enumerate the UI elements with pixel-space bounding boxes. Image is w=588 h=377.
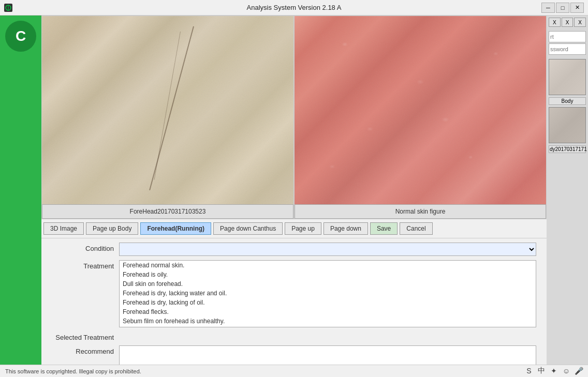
right-sidebar-inputs xyxy=(549,31,586,55)
treatment-listbox[interactable]: Forehead normal skin.Forehead is oily.Du… xyxy=(119,260,536,327)
svg-rect-3 xyxy=(295,16,546,204)
thumbnail-container: Body dy20170317171 xyxy=(549,59,586,153)
save-button[interactable]: Save xyxy=(370,222,398,235)
thumbnail-1-image xyxy=(549,59,585,95)
right-sidebar: X X X Body dy20170317171 xyxy=(547,16,588,377)
left-image-panel: ForeHead20170317103523 xyxy=(41,16,294,219)
window-controls: ─ □ ✕ xyxy=(541,3,584,13)
sidebar-input-1[interactable] xyxy=(549,31,586,42)
sidebar-input-2[interactable] xyxy=(549,43,586,55)
status-bar: This software is copyrighted. Illegal co… xyxy=(0,365,588,377)
cancel-button[interactable]: Cancel xyxy=(400,222,432,235)
thumbnail-2 xyxy=(549,107,586,143)
maximize-button[interactable]: □ xyxy=(556,3,569,13)
condition-control xyxy=(119,243,536,256)
3d-image-button[interactable]: 3D Image xyxy=(43,222,84,235)
status-text: This software is copyrighted. Illegal co… xyxy=(5,368,141,374)
toolbar: 3D Image Page up Body Forehead(Running) … xyxy=(41,219,547,238)
taskbar-icons: S 中 ✦ ☺ 🎤 xyxy=(520,365,588,377)
app-icon xyxy=(4,4,12,12)
list-item[interactable]: Forehead flecks. xyxy=(120,307,536,316)
thumbnail-1 xyxy=(549,59,586,95)
right-skin-texture-svg xyxy=(295,16,546,204)
form-section: Condition Treatment Forehead normal skin… xyxy=(41,238,547,377)
window-title: Analysis System Version 2.18 A xyxy=(247,4,342,11)
dialog-area: ForeHead20170317103523 xyxy=(41,16,547,377)
skin-texture-svg xyxy=(42,16,293,204)
treatment-row: Treatment Forehead normal skin.Forehead … xyxy=(52,260,536,327)
taskbar-icon-5: 🎤 xyxy=(574,366,584,376)
list-item[interactable]: Forehead collagen lacks of sensitivity. xyxy=(120,326,536,327)
condition-row: Condition xyxy=(52,243,536,256)
left-sidebar: C xyxy=(0,16,41,377)
taskbar-icon-2: 中 xyxy=(536,366,547,376)
selected-treatment-row: Selected Treatment xyxy=(52,331,536,341)
list-item[interactable]: Dull skin on forehead. xyxy=(120,279,536,289)
page-up-body-button[interactable]: Page up Body xyxy=(86,222,138,235)
taskbar-icon-4: ☺ xyxy=(561,366,571,376)
right-image-label: Normal skin figure xyxy=(295,204,546,219)
list-item[interactable]: Forehead is dry, lacking water and oil. xyxy=(120,289,536,298)
logo: C xyxy=(5,21,36,52)
treatment-label: Treatment xyxy=(52,260,114,270)
list-item[interactable]: Forehead is dry, lacking of oil. xyxy=(120,298,536,307)
list-item[interactable]: Forehead is oily. xyxy=(120,270,536,279)
left-skin-image xyxy=(42,16,293,204)
sidebar-close-buttons: X X X xyxy=(549,18,586,27)
taskbar-icon-3: ✦ xyxy=(549,366,559,376)
page-up-button[interactable]: Page up xyxy=(285,222,321,235)
sidebar-close-btn-2[interactable]: X xyxy=(562,18,574,27)
right-skin-image xyxy=(295,16,546,204)
title-bar: Analysis System Version 2.18 A ─ □ ✕ xyxy=(0,0,588,16)
list-item[interactable]: Forehead normal skin. xyxy=(120,261,536,270)
thumbnail-2-label[interactable]: dy20170317171 xyxy=(549,145,586,153)
condition-select[interactable] xyxy=(119,243,536,256)
right-image-container xyxy=(295,16,546,204)
page-down-canthus-button[interactable]: Page down Canthus xyxy=(213,222,283,235)
thumbnail-2-image xyxy=(549,108,585,143)
sidebar-close-btn-1[interactable]: X xyxy=(549,18,561,27)
left-image-container xyxy=(42,16,293,204)
page-down-button[interactable]: Page down xyxy=(324,222,368,235)
forehead-running-button[interactable]: Forehead(Running) xyxy=(140,222,211,235)
treatment-control: Forehead normal skin.Forehead is oily.Du… xyxy=(119,260,536,327)
selected-treatment-label: Selected Treatment xyxy=(52,331,114,341)
condition-label: Condition xyxy=(52,243,114,252)
sidebar-close-btn-3[interactable]: X xyxy=(574,18,586,27)
thumbnail-1-label[interactable]: Body xyxy=(549,97,586,105)
images-section: ForeHead20170317103523 xyxy=(41,16,547,219)
recommend-label: Recommend xyxy=(52,345,114,355)
list-item[interactable]: Sebum film on forehead is unhealthy. xyxy=(120,316,536,326)
main-area: C xyxy=(0,16,588,377)
minimize-button[interactable]: ─ xyxy=(541,3,555,13)
taskbar-icon-1: S xyxy=(524,366,534,376)
close-button[interactable]: ✕ xyxy=(570,3,584,13)
right-image-panel: Normal skin figure xyxy=(294,16,547,219)
svg-rect-2 xyxy=(42,16,293,204)
left-image-label: ForeHead20170317103523 xyxy=(42,204,293,219)
